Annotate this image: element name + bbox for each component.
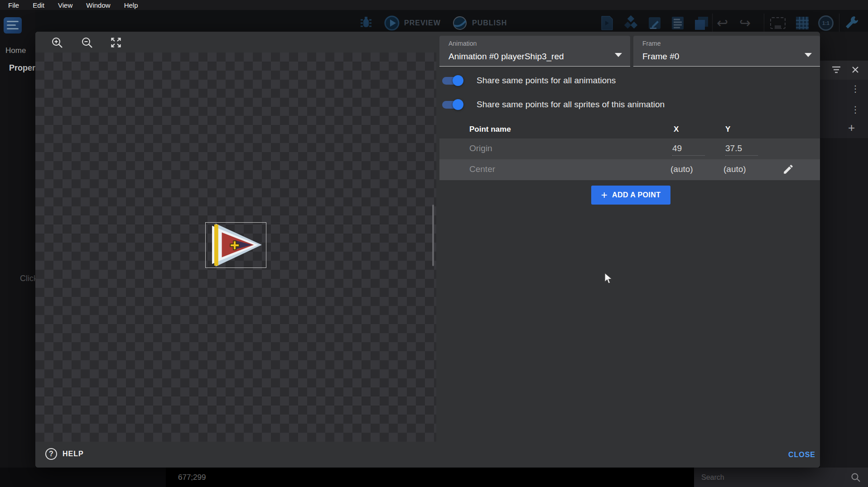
filter-icon[interactable] <box>832 66 841 74</box>
background-left-panel: Home Proper Click <box>0 10 35 468</box>
search-input[interactable] <box>694 473 851 482</box>
toggle-label: Share same points for all animations <box>477 76 616 86</box>
toggle-label: Share same points for all sprites of thi… <box>477 100 665 110</box>
origin-y-field[interactable]: 37.5 <box>725 143 758 156</box>
globe-icon <box>452 15 468 31</box>
tab-home[interactable]: Home <box>5 46 35 55</box>
toolbar-separator <box>839 14 839 33</box>
properties-panel-title: Proper <box>9 63 35 73</box>
plus-icon: + <box>601 191 608 200</box>
instances-panel-header <box>820 61 868 80</box>
pencil-icon <box>782 163 794 175</box>
column-point-name: Point name <box>469 125 511 134</box>
settings-wrench-icon[interactable] <box>844 14 860 32</box>
close-panel-icon[interactable] <box>852 66 859 73</box>
toggle-row-share-animations: Share same points for all animations <box>439 72 820 89</box>
share-all-sprites-toggle[interactable] <box>442 101 462 109</box>
preview-label: PREVIEW <box>404 19 441 27</box>
column-x: X <box>674 125 679 134</box>
edit-points-dialog: Animation Animation #0 playerShip3_red F… <box>35 32 820 468</box>
sprite-frame[interactable] <box>205 222 266 268</box>
background-right-panel <box>820 32 868 61</box>
mouse-cursor <box>604 272 613 285</box>
more-options-icon[interactable]: ⋮ <box>851 84 860 93</box>
point-name: Center <box>469 164 495 174</box>
publish-button[interactable]: PUBLISH <box>452 15 507 31</box>
center-x-value[interactable]: (auto) <box>670 164 693 174</box>
edit-scene-icon[interactable] <box>646 14 663 32</box>
fit-to-screen-button[interactable] <box>107 33 125 52</box>
share-all-animations-toggle[interactable] <box>442 77 462 85</box>
add-item-icon[interactable]: + <box>848 123 855 132</box>
column-y: Y <box>725 125 730 134</box>
expand-icon <box>110 36 122 49</box>
points-table: Point name X Y Origin 49 37.5 Center (au… <box>439 121 820 180</box>
debugger-icon[interactable] <box>359 15 373 32</box>
zoom-out-icon <box>81 36 93 49</box>
toolbar-separator <box>764 14 764 33</box>
instances-panel-body: ⋮ ⋮ + <box>820 80 868 138</box>
edit-point-button[interactable] <box>782 163 795 176</box>
chevron-down-icon <box>805 53 812 57</box>
scene-canvas-edge: 677;299 <box>166 468 694 487</box>
menu-window[interactable]: Window <box>86 1 110 9</box>
animation-select[interactable]: Animation Animation #0 playerShip3_red <box>439 36 630 67</box>
redo-icon[interactable]: ↪ <box>739 16 751 30</box>
toggle-thumb <box>453 99 463 110</box>
toggle-row-share-sprites: Share same points for all sprites of thi… <box>439 96 820 113</box>
app-window: File Edit View Window Help PREVIEW PUBLI… <box>0 0 868 487</box>
add-point-label: ADD A POINT <box>612 191 661 199</box>
origin-x-field[interactable]: 49 <box>672 143 705 156</box>
zoom-out-button[interactable] <box>78 33 96 52</box>
more-options-icon[interactable]: ⋮ <box>851 105 860 114</box>
play-icon <box>384 15 400 31</box>
frame-select[interactable]: Frame Frame #0 <box>633 36 820 67</box>
zoom-in-icon <box>51 36 63 49</box>
player-ship-sprite <box>206 223 266 267</box>
menu-file[interactable]: File <box>8 1 19 9</box>
background-right-fill <box>820 138 868 468</box>
add-point-button[interactable]: + ADD A POINT <box>591 186 670 205</box>
chevron-down-icon <box>615 53 622 57</box>
zoom-in-button[interactable] <box>48 33 66 52</box>
search-box <box>694 468 868 487</box>
frame-select-value: Frame #0 <box>642 52 679 62</box>
animation-select-label: Animation <box>448 40 477 47</box>
objects-icon[interactable] <box>622 14 639 32</box>
menu-edit[interactable]: Edit <box>33 1 44 9</box>
preview-button[interactable]: PREVIEW <box>384 15 441 31</box>
center-y-value[interactable]: (auto) <box>723 164 746 174</box>
table-row-center: Center (auto) (auto) <box>439 159 820 180</box>
project-manager-icon[interactable] <box>4 17 22 33</box>
properties-hint-text: Click <box>20 274 35 283</box>
menu-help[interactable]: Help <box>124 1 138 9</box>
table-row-origin: Origin 49 37.5 <box>439 138 820 159</box>
status-bar: 677;299 <box>0 468 868 487</box>
selection-mask-icon[interactable] <box>770 17 786 29</box>
search-icon <box>851 473 861 482</box>
publish-label: PUBLISH <box>472 19 507 27</box>
close-button[interactable]: CLOSE <box>788 451 815 459</box>
help-icon: ? <box>45 448 57 460</box>
export-file-icon[interactable] <box>599 14 615 32</box>
undo-icon[interactable]: ↩ <box>717 16 728 30</box>
point-name: Origin <box>469 143 492 153</box>
dialog-footer: ? HELP CLOSE <box>35 442 820 468</box>
menu-bar: File Edit View Window Help <box>0 0 868 10</box>
canvas-scrollbar[interactable] <box>432 205 434 266</box>
animation-select-value: Animation #0 playerShip3_red <box>448 52 564 62</box>
events-list-icon[interactable] <box>670 14 686 32</box>
grid-icon[interactable] <box>795 15 810 31</box>
help-label: HELP <box>63 450 84 458</box>
help-button[interactable]: ? HELP <box>45 448 84 460</box>
frame-select-label: Frame <box>642 40 661 47</box>
toolbar-separator <box>712 14 713 33</box>
cursor-coordinates: 677;299 <box>178 473 206 482</box>
sprite-preview-canvas <box>35 32 436 442</box>
points-table-header: Point name X Y <box>439 121 820 138</box>
zoom-1-1-icon[interactable]: 1:1 <box>818 15 834 31</box>
toggle-thumb <box>453 75 463 86</box>
layers-icon[interactable] <box>693 14 709 32</box>
menu-view[interactable]: View <box>58 1 72 9</box>
